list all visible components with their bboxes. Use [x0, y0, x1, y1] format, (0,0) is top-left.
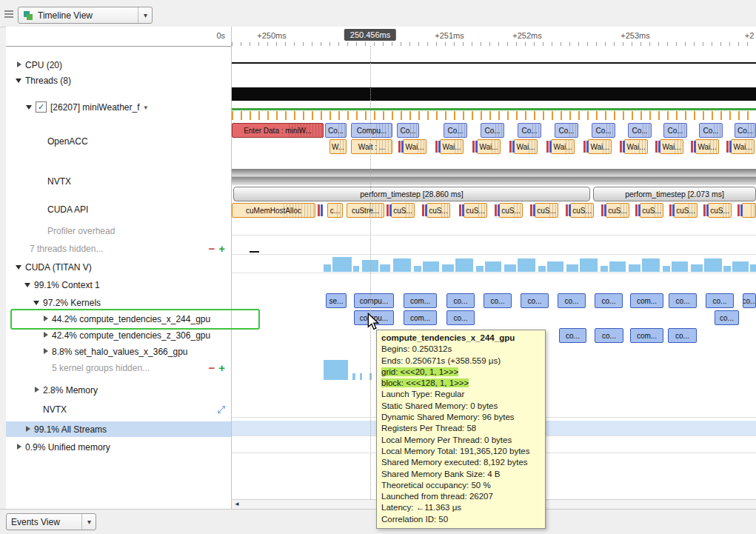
event-sliver-blue[interactable]	[498, 204, 500, 216]
event-sliver-blue[interactable]	[401, 141, 404, 153]
activity-block[interactable]	[476, 266, 484, 272]
event-sliver-red[interactable]	[583, 141, 586, 153]
sidebar-item-threads[interactable]: Threads (8)	[6, 73, 231, 88]
activity-block[interactable]	[580, 258, 598, 272]
event-sliver-blue[interactable]	[569, 204, 571, 216]
event-sliver-blue[interactable]	[462, 204, 464, 216]
timeline-block[interactable]: com...	[630, 293, 663, 308]
timeline-block[interactable]: cuMemHostAlloc	[232, 203, 315, 218]
timeline-block[interactable]: com...	[404, 293, 437, 308]
activity-block[interactable]	[547, 261, 563, 272]
chevron-right-icon[interactable]	[15, 443, 23, 451]
activity-block[interactable]	[455, 258, 473, 272]
event-sliver-red[interactable]	[566, 204, 568, 216]
dropdown-caret-icon[interactable]: ▾	[144, 104, 148, 111]
timeline-block[interactable]: cuS...	[499, 203, 523, 218]
timeline-block[interactable]: co...	[446, 310, 475, 325]
event-sliver-red[interactable]	[737, 204, 740, 216]
activity-block[interactable]	[723, 266, 731, 272]
activity-block[interactable]	[360, 373, 362, 380]
timeline-block[interactable]: co...	[595, 328, 623, 343]
event-sliver-blue[interactable]	[740, 204, 743, 216]
event-sliver-red[interactable]	[691, 141, 693, 153]
event-sliver-red[interactable]	[495, 204, 497, 216]
timeline-block[interactable]: cuS...	[606, 203, 629, 218]
sidebar-item-unified-memory[interactable]: 0.9% Unified memory	[6, 439, 231, 455]
event-sliver-red[interactable]	[635, 204, 638, 216]
timeline-block[interactable]: Wai...	[440, 139, 464, 154]
timeline-block[interactable]: co...	[484, 293, 512, 308]
sidebar-item-cuda-api[interactable]: CUDA API	[6, 201, 231, 217]
activity-block[interactable]	[485, 261, 501, 272]
activity-block[interactable]	[380, 264, 390, 272]
timeline-block[interactable]: cuS...	[391, 203, 415, 218]
timeline-block[interactable]: co...	[669, 293, 697, 308]
timeline-block[interactable]: Co...	[592, 123, 615, 138]
event-sliver-blue[interactable]	[438, 141, 441, 153]
sidebar-item-cpu[interactable]: CPU (20)	[6, 57, 231, 73]
event-sliver-blue[interactable]	[389, 204, 392, 216]
timeline-block[interactable]: co...	[595, 293, 623, 308]
timeline-block[interactable]: Co...	[397, 123, 419, 138]
sidebar-item-context-1[interactable]: 99.1% Context 1	[6, 277, 231, 293]
timeline-block[interactable]: cuS...	[464, 203, 487, 218]
sidebar-item-openacc[interactable]: OpenACC	[6, 133, 231, 149]
activity-block[interactable]	[732, 261, 749, 272]
event-sliver-blue[interactable]	[638, 204, 640, 216]
event-sliver-blue[interactable]	[425, 204, 427, 216]
event-sliver-red[interactable]	[387, 204, 389, 216]
activity-block[interactable]	[332, 257, 352, 272]
activity-block[interactable]	[663, 266, 670, 272]
timeline-block[interactable]: Wai...	[695, 139, 719, 154]
activity-block[interactable]	[504, 264, 516, 272]
timeline-block[interactable]: Co...	[699, 123, 723, 138]
timeline-block[interactable]	[742, 203, 756, 218]
chevron-down-icon[interactable]	[15, 76, 23, 84]
timeline-ruler[interactable]: +250ms+251ms+252ms+253ms+2 250.456ms	[232, 27, 756, 47]
timeline-block[interactable]: Co...	[735, 123, 756, 138]
event-sliver-blue[interactable]	[586, 141, 589, 153]
chevron-right-icon[interactable]	[33, 386, 41, 394]
time-marker-badge[interactable]: 250.456ms	[344, 29, 396, 41]
timeline-block[interactable]: co...	[743, 293, 756, 308]
timeline-block[interactable]: co...	[558, 293, 586, 308]
activity-block[interactable]	[423, 261, 439, 272]
activity-block[interactable]	[672, 261, 688, 272]
timeline-block[interactable]: Compu...	[351, 123, 392, 138]
event-sliver-red[interactable]	[435, 141, 438, 153]
event-sliver-blue[interactable]	[475, 141, 478, 153]
timeline-block[interactable]: co...	[521, 293, 549, 308]
chevron-right-icon[interactable]	[15, 61, 23, 69]
activity-block[interactable]	[324, 264, 331, 272]
activity-block[interactable]	[414, 266, 421, 272]
sidebar-item-kernel-tendencies-z[interactable]: 42.4% compute_tendencies_z_306_gpu	[6, 327, 231, 343]
activity-block[interactable]	[609, 261, 626, 272]
chevron-down-icon[interactable]	[15, 263, 23, 271]
process-checkbox[interactable]: ✓	[36, 101, 47, 113]
activity-block[interactable]	[691, 264, 703, 272]
timeline-block[interactable]: cuS...	[535, 203, 558, 218]
event-sliver-red[interactable]	[669, 204, 672, 216]
timeline-block[interactable]: Co...	[628, 123, 652, 138]
timeline-block[interactable]: com...	[630, 328, 663, 343]
activity-block[interactable]	[324, 360, 348, 380]
event-sliver-blue[interactable]	[672, 204, 675, 216]
timeline-block[interactable]: Wai...	[660, 139, 683, 154]
scroll-left-icon[interactable]: ◄	[234, 501, 240, 507]
event-sliver-blue[interactable]	[604, 204, 606, 216]
event-sliver-red[interactable]	[703, 204, 706, 216]
sidebar-item-kernels-hidden[interactable]: 5 kernel groups hidden...−+	[6, 360, 231, 376]
timeline-block[interactable]: c...	[327, 203, 343, 218]
activity-block[interactable]	[642, 258, 660, 272]
activity-block[interactable]	[518, 258, 535, 272]
activity-block[interactable]	[750, 264, 756, 272]
timeline-block[interactable]: Co...	[444, 123, 467, 138]
timeline-block[interactable]: co...	[706, 293, 734, 308]
timeline-block[interactable]: co...	[715, 310, 739, 325]
chevron-right-icon[interactable]	[41, 331, 50, 339]
timeline-block[interactable]: Co...	[325, 123, 347, 138]
timeline-block[interactable]: compu...	[354, 293, 394, 308]
sidebar-item-profiler-overhead[interactable]: Profiler overhead	[6, 223, 231, 238]
sidebar-item-memory[interactable]: 2.8% Memory	[6, 382, 231, 398]
timeline-block[interactable]: cuStre...	[347, 203, 384, 218]
